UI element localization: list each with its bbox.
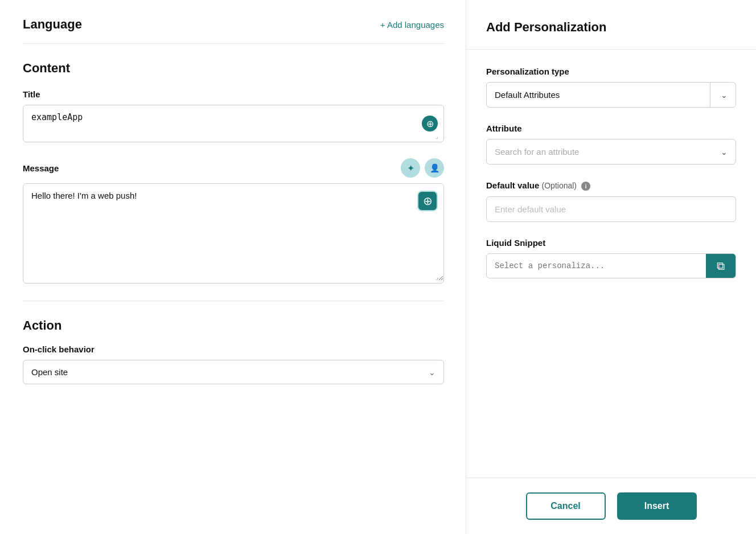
attribute-label: Attribute — [486, 124, 736, 133]
language-section-header: Language + Add languages — [23, 17, 444, 44]
title-input-wrapper: exampleApp ⊕ ⌟ — [23, 105, 444, 142]
title-input[interactable]: exampleApp — [23, 105, 443, 139]
right-panel-footer: Cancel Insert — [466, 478, 756, 534]
attribute-placeholder: Search for an attribute — [487, 139, 713, 164]
default-value-input[interactable] — [486, 196, 736, 222]
action-title: Action — [23, 318, 444, 333]
message-section: Message ✦ 👤 Hello there! I'm a web push!… — [23, 158, 444, 284]
personalization-type-chevron[interactable]: ⌄ — [713, 83, 736, 107]
default-value-label-text: Default value — [486, 180, 539, 190]
content-section: Content Title exampleApp ⊕ ⌟ Message ✦ — [23, 61, 444, 284]
liquid-snippet-section: Liquid Snippet ⧉ — [486, 238, 736, 278]
personalization-type-value: Default Attributes — [487, 83, 713, 107]
message-addon-button[interactable]: ⊕ — [417, 191, 438, 211]
title-addon-button[interactable]: ⊕ — [422, 116, 438, 132]
language-title: Language — [23, 17, 82, 32]
personalization-type-label: Personalization type — [486, 67, 736, 76]
resize-handle-message: ⌟ — [435, 275, 441, 281]
message-textarea[interactable]: Hello there! I'm a web push! — [23, 184, 443, 281]
content-title: Content — [23, 61, 444, 76]
title-form-group: Title exampleApp ⊕ ⌟ — [23, 89, 444, 142]
message-header: Message ✦ 👤 — [23, 158, 444, 178]
right-panel-body: Personalization type Default Attributes … — [466, 50, 756, 478]
onclick-section: On-click behavior Open site ⌄ — [23, 344, 444, 384]
magic-tool-button[interactable]: ✦ — [401, 158, 420, 178]
message-tools: ✦ 👤 — [401, 158, 444, 178]
liquid-snippet-input-wrapper: ⧉ — [486, 253, 736, 278]
message-textarea-wrapper: Hello there! I'm a web push! ⊕ ⌟ — [23, 183, 444, 284]
copy-icon: ⧉ — [717, 260, 725, 273]
personalization-type-group: Personalization type Default Attributes … — [486, 67, 736, 108]
default-value-label: Default value (Optional) i — [486, 180, 736, 191]
insert-button[interactable]: Insert — [617, 492, 697, 520]
liquid-snippet-input[interactable] — [487, 254, 706, 278]
attribute-select[interactable]: Search for an attribute ⌄ — [486, 139, 736, 165]
user-add-icon: 👤 — [430, 163, 439, 172]
chevron-down-icon-attr: ⌄ — [721, 147, 728, 157]
cancel-button[interactable]: Cancel — [526, 492, 606, 520]
chevron-down-icon-type: ⌄ — [721, 91, 728, 100]
liquid-copy-button[interactable]: ⧉ — [706, 254, 736, 278]
magic-icon: ✦ — [407, 163, 414, 174]
title-label: Title — [23, 89, 444, 99]
info-icon[interactable]: i — [581, 182, 590, 191]
attribute-chevron[interactable]: ⌄ — [713, 140, 736, 164]
message-label: Message — [23, 163, 59, 173]
onclick-select-wrapper: Open site ⌄ — [23, 360, 444, 384]
select-divider — [710, 83, 710, 107]
add-languages-button[interactable]: + Add languages — [380, 20, 444, 30]
attribute-group: Attribute Search for an attribute ⌄ — [486, 124, 736, 165]
action-section: Action On-click behavior Open site ⌄ — [23, 318, 444, 384]
liquid-snippet-label: Liquid Snippet — [486, 238, 736, 248]
panel-title: Add Personalization — [486, 20, 736, 35]
right-panel: Add Personalization Personalization type… — [466, 0, 756, 534]
plus-circle-icon-message: ⊕ — [423, 194, 433, 208]
onclick-label: On-click behavior — [23, 344, 444, 354]
add-user-tool-button[interactable]: 👤 — [425, 158, 444, 178]
left-panel: Language + Add languages Content Title e… — [0, 0, 467, 534]
default-value-group: Default value (Optional) i — [486, 180, 736, 222]
right-panel-header: Add Personalization — [466, 0, 756, 50]
personalization-type-select[interactable]: Default Attributes ⌄ — [486, 82, 736, 108]
resize-handle: ⌟ — [435, 134, 441, 139]
divider-1 — [23, 301, 444, 301]
plus-circle-icon: ⊕ — [426, 118, 434, 129]
onclick-select[interactable]: Open site — [23, 360, 443, 384]
